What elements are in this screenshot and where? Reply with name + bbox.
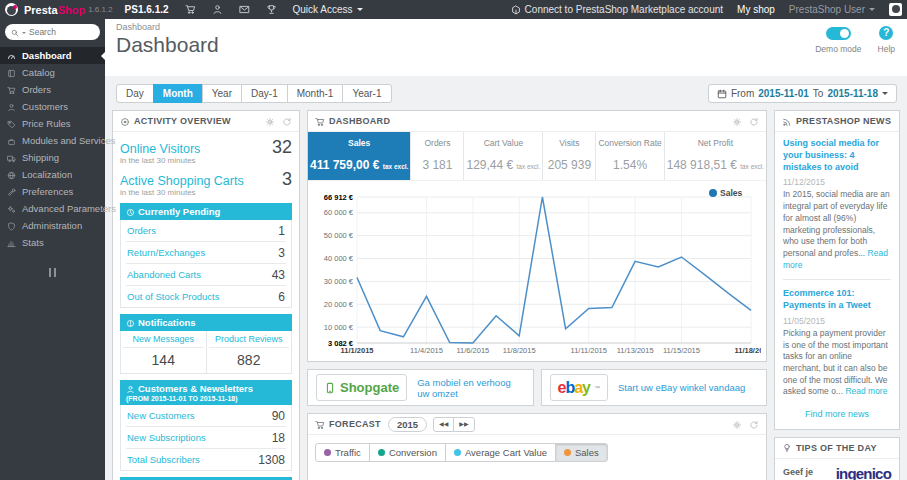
forecast-year[interactable]: 2015 bbox=[388, 417, 427, 432]
user-menu[interactable]: PrestaShop User bbox=[789, 4, 875, 15]
sidebar-item-customers[interactable]: Customers bbox=[0, 98, 105, 115]
sidebar-item-preferences[interactable]: Preferences bbox=[0, 183, 105, 200]
sidebar-search[interactable] bbox=[5, 24, 100, 40]
marketplace-connect-link[interactable]: Connect to PrestaShop Marketplace accoun… bbox=[511, 4, 723, 15]
tab-year-1[interactable]: Year-1 bbox=[342, 84, 391, 103]
sidebar-item-dashboard[interactable]: Dashboard bbox=[0, 47, 105, 64]
read-more-link[interactable]: Read more bbox=[783, 248, 888, 270]
shopgate-ad[interactable]: Shopgate Ga mobiel en verhoog uw omzet bbox=[307, 369, 534, 406]
date-range-picker[interactable]: From 2015-11-01 To 2015-11-18 bbox=[708, 84, 897, 103]
kpi-orders[interactable]: Orders3 181 bbox=[411, 132, 464, 180]
active-carts-value: 3 bbox=[282, 169, 292, 190]
my-shop-link[interactable]: My shop bbox=[737, 4, 775, 15]
cart-icon[interactable] bbox=[185, 4, 196, 15]
truck-icon bbox=[7, 152, 16, 163]
shopgate-link[interactable]: Ga mobiel en verhoog uw omzet bbox=[417, 377, 524, 399]
tips-panel-title: Tips of the day bbox=[782, 443, 877, 454]
notification-new-messages[interactable]: New Messages144 bbox=[121, 331, 207, 373]
search-input[interactable] bbox=[29, 27, 87, 37]
tab-day[interactable]: Day bbox=[116, 84, 154, 103]
sidebar-item-modules-and-services[interactable]: Modules and Services bbox=[0, 132, 105, 149]
tab-month[interactable]: Month bbox=[153, 84, 203, 103]
tab-day-1[interactable]: Day-1 bbox=[241, 84, 288, 103]
refresh-icon[interactable] bbox=[749, 418, 759, 430]
kpi-cart-value[interactable]: Cart Value129,44 € tax excl. bbox=[464, 132, 543, 180]
legend-traffic[interactable]: Traffic bbox=[315, 443, 370, 462]
envelope-icon[interactable] bbox=[239, 4, 250, 15]
sidebar-collapse-button[interactable] bbox=[0, 267, 105, 279]
date-from: 2015-11-01 bbox=[758, 88, 809, 99]
tips-panel: Tips of the day ingenico Payment service… bbox=[774, 437, 900, 480]
forecast-prev-button[interactable]: ◀◀ bbox=[433, 417, 454, 431]
gear-icon[interactable] bbox=[732, 115, 742, 127]
top-bar: PrestaShop 1.6.1.2 PS1.6.1.2 Quick Acces… bbox=[0, 0, 907, 19]
metric-link-out-of-stock-products[interactable]: Out of Stock Products bbox=[127, 291, 219, 302]
sidebar-item-localization[interactable]: Localization bbox=[0, 166, 105, 183]
avatar[interactable] bbox=[889, 3, 902, 16]
dashboard-panel-title: Dashboard bbox=[315, 116, 390, 127]
breadcrumb[interactable]: Dashboard bbox=[116, 22, 907, 32]
ebay-ad[interactable]: ebay™ Start uw eBay winkel vandaag bbox=[541, 369, 768, 406]
metric-link-orders[interactable]: Orders bbox=[127, 225, 156, 236]
customers-icon bbox=[7, 101, 16, 112]
news-article-title[interactable]: Ecommerce 101: Payments in a Tweet bbox=[783, 288, 891, 311]
active-carts-link[interactable]: Active Shopping Carts bbox=[120, 174, 244, 188]
gears-icon bbox=[7, 203, 16, 214]
sidebar-item-administration[interactable]: Administration bbox=[0, 217, 105, 234]
notification-product-reviews[interactable]: Product Reviews882 bbox=[207, 331, 292, 373]
gear-icon[interactable] bbox=[265, 115, 275, 127]
kpi-net-profit[interactable]: Net Profit148 918,51 € tax excl. bbox=[665, 132, 766, 180]
refresh-icon[interactable] bbox=[749, 115, 759, 127]
ingenico-logo[interactable]: ingenico Payment services bbox=[821, 466, 891, 480]
sidebar-item-advanced-parameters[interactable]: Advanced Parameters bbox=[0, 200, 105, 217]
refresh-icon[interactable] bbox=[282, 115, 292, 127]
legend-average-cart-value[interactable]: Average Cart Value bbox=[445, 443, 556, 462]
kpi-sales[interactable]: Sales411 759,00 € tax excl. bbox=[308, 132, 411, 180]
kpi-row: Sales411 759,00 € tax excl.Orders3 181Ca… bbox=[308, 132, 766, 181]
metric-link-new-customers[interactable]: New Customers bbox=[127, 410, 195, 421]
kpi-visits[interactable]: Visits205 939 bbox=[543, 132, 596, 180]
tag-icon bbox=[7, 118, 16, 129]
legend-dot-icon bbox=[564, 449, 571, 456]
tab-year[interactable]: Year bbox=[202, 84, 242, 103]
search-scope-caret-icon[interactable] bbox=[22, 32, 26, 36]
news-article-title[interactable]: Using social media for your business: 4 … bbox=[783, 138, 891, 173]
sidebar-item-orders[interactable]: Orders bbox=[0, 81, 105, 98]
divider bbox=[783, 279, 891, 280]
sidebar-item-shipping[interactable]: Shipping bbox=[0, 149, 105, 166]
metric-link-abandoned-carts[interactable]: Abandoned Carts bbox=[127, 269, 201, 280]
trophy-icon[interactable] bbox=[266, 4, 277, 15]
sidebar-item-price-rules[interactable]: Price Rules bbox=[0, 115, 105, 132]
legend-sales[interactable]: Sales bbox=[555, 443, 608, 462]
cart-icon bbox=[315, 116, 325, 127]
sidebar-nav: DashboardCatalogOrdersCustomersPrice Rul… bbox=[0, 47, 105, 251]
user-icon[interactable] bbox=[212, 4, 223, 15]
news-article-date: 11/05/2015 bbox=[783, 316, 891, 326]
main-area: Dashboard Dashboard Demo mode ? Help Day… bbox=[105, 19, 907, 480]
svg-text:40 000 €: 40 000 € bbox=[324, 254, 354, 263]
help-label: Help bbox=[878, 44, 895, 54]
metric-link-return-exchanges[interactable]: Return/Exchanges bbox=[127, 247, 205, 258]
read-more-link[interactable]: Read more bbox=[845, 386, 887, 396]
metric-value: 43 bbox=[272, 268, 285, 282]
help-icon[interactable]: ? bbox=[879, 26, 893, 40]
metric-link-total-subscribers[interactable]: Total Subscribers bbox=[127, 454, 200, 465]
svg-text:11/6/2015: 11/6/2015 bbox=[456, 346, 489, 355]
svg-text:50 000 €: 50 000 € bbox=[324, 232, 354, 241]
metric-link-new-subscriptions[interactable]: New Subscriptions bbox=[127, 432, 206, 443]
tab-month-1[interactable]: Month-1 bbox=[287, 84, 344, 103]
quick-access-menu[interactable]: Quick Access bbox=[293, 4, 363, 15]
legend-conversion[interactable]: Conversion bbox=[369, 443, 446, 462]
gear-icon[interactable] bbox=[732, 418, 742, 430]
find-more-news-link[interactable]: Find more news bbox=[783, 409, 891, 419]
sidebar-item-stats[interactable]: Stats bbox=[0, 234, 105, 251]
dashboard-panel: Dashboard Sales411 759,00 € tax excl.Ord… bbox=[307, 110, 767, 362]
demo-mode-toggle[interactable] bbox=[826, 27, 851, 40]
online-visitors-link[interactable]: Online Visitors bbox=[120, 142, 200, 156]
kpi-conversion-rate[interactable]: Conversion Rate1.54% bbox=[596, 132, 664, 180]
sidebar-item-catalog[interactable]: Catalog bbox=[0, 64, 105, 81]
forecast-next-button[interactable]: ▶▶ bbox=[453, 417, 474, 431]
list-item: New Subscriptions18 bbox=[126, 427, 286, 449]
ebay-link[interactable]: Start uw eBay winkel vandaag bbox=[618, 382, 745, 393]
metric-value: 3 bbox=[278, 246, 285, 260]
